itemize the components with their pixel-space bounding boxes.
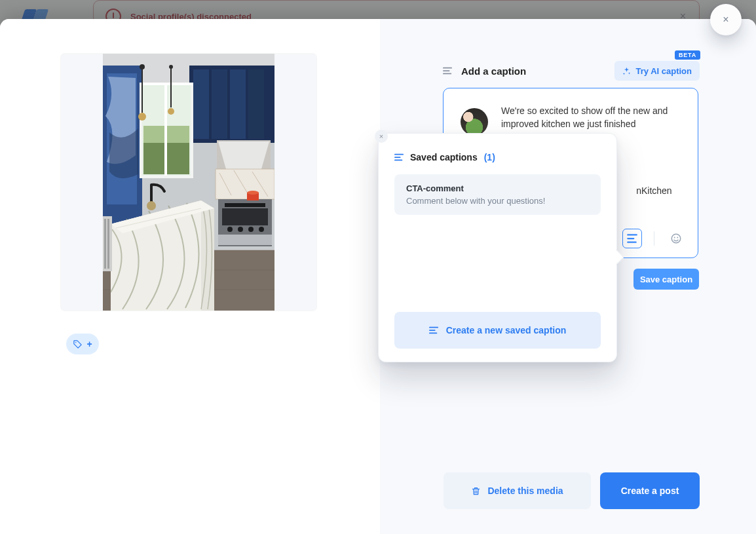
try-ai-caption-button[interactable]: BETA Try AI caption — [614, 61, 700, 81]
text-left-icon — [429, 326, 438, 335]
svg-rect-3 — [193, 69, 209, 139]
caption-header-row: Add a caption BETA Try AI caption — [443, 61, 700, 81]
popover-count: (1) — [484, 152, 495, 162]
svg-rect-24 — [218, 235, 272, 245]
svg-rect-14 — [140, 83, 193, 85]
save-caption-button[interactable]: Save caption — [633, 269, 699, 290]
saved-captions-button[interactable] — [622, 229, 642, 248]
saved-caption-name: CTA-comment — [406, 183, 589, 193]
svg-rect-28 — [142, 67, 143, 113]
svg-point-48 — [677, 237, 678, 238]
svg-point-29 — [138, 113, 146, 121]
media-thumbnail[interactable] — [61, 54, 316, 311]
svg-point-22 — [248, 227, 254, 232]
saved-caption-preview: Comment below with your questions! — [406, 196, 589, 206]
popover-close-button[interactable]: × — [375, 130, 388, 143]
try-ai-caption-label: Try AI caption — [636, 66, 692, 76]
close-icon: × — [379, 133, 383, 140]
svg-rect-19 — [225, 203, 265, 207]
text-left-icon — [394, 153, 404, 162]
close-icon: × — [723, 14, 728, 26]
svg-rect-5 — [230, 69, 246, 139]
tag-icon — [73, 339, 83, 349]
delete-media-label: Delete this media — [487, 486, 563, 496]
save-caption-label: Save caption — [640, 275, 692, 284]
svg-rect-38 — [107, 219, 109, 269]
svg-point-21 — [238, 227, 243, 232]
svg-rect-18 — [222, 208, 268, 225]
svg-rect-31 — [170, 67, 172, 107]
create-saved-caption-button[interactable]: Create a new saved caption — [394, 312, 601, 349]
trash-icon — [471, 486, 481, 496]
svg-rect-4 — [212, 69, 227, 139]
svg-rect-16 — [216, 169, 274, 199]
svg-rect-6 — [248, 69, 264, 139]
emoji-button[interactable] — [666, 229, 686, 248]
delete-media-button[interactable]: Delete this media — [444, 472, 591, 509]
saved-captions-popover: × Saved captions (1) CTA-comment Comment… — [378, 133, 617, 362]
svg-point-35 — [147, 201, 156, 210]
beta-badge: BETA — [675, 50, 700, 60]
saved-caption-item[interactable]: CTA-comment Comment below with your ques… — [394, 174, 601, 215]
svg-point-47 — [674, 237, 675, 238]
add-tag-plus: + — [86, 339, 92, 349]
popover-title: Saved captions — [410, 152, 478, 162]
kitchen-image — [103, 54, 274, 311]
svg-rect-37 — [104, 219, 106, 269]
svg-rect-13 — [164, 85, 167, 176]
add-tag-button[interactable]: + — [66, 334, 99, 354]
svg-point-20 — [227, 227, 233, 232]
caption-title: Add a caption — [461, 66, 526, 77]
text-left-icon — [443, 66, 452, 75]
svg-point-23 — [259, 227, 264, 232]
svg-point-26 — [247, 191, 259, 195]
svg-point-46 — [671, 234, 681, 243]
svg-point-39 — [75, 341, 77, 343]
popover-title-row: Saved captions (1) — [394, 152, 601, 162]
create-post-label: Create a post — [621, 486, 679, 496]
create-saved-caption-label: Create a new saved caption — [446, 325, 567, 335]
toolbar-separator — [654, 231, 654, 246]
sparkle-icon — [622, 67, 631, 75]
create-post-button[interactable]: Create a post — [600, 472, 700, 509]
modal-close-button[interactable]: × — [710, 4, 742, 35]
svg-point-32 — [168, 108, 174, 115]
profile-avatar[interactable] — [461, 108, 488, 136]
